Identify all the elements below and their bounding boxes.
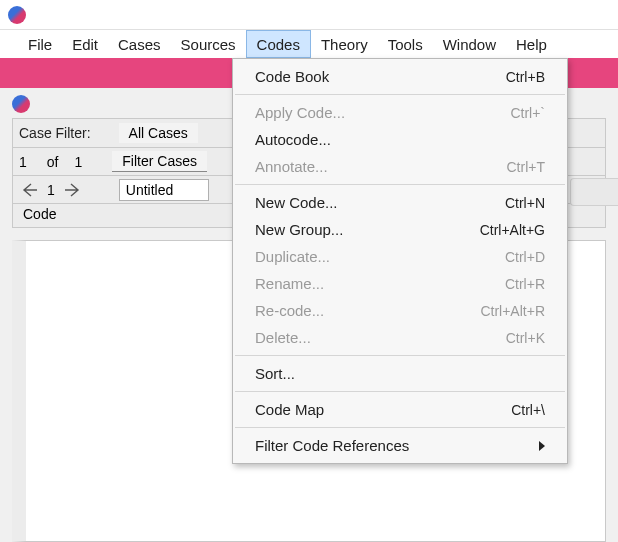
codes-dropdown-menu: Code BookCtrl+BApply Code...Ctrl+`Autoco… — [232, 58, 568, 464]
menu-help[interactable]: Help — [506, 30, 557, 58]
menu-sources[interactable]: Sources — [171, 30, 246, 58]
right-collapsed-panel[interactable] — [570, 178, 618, 206]
menu-item-label: Autocode... — [255, 131, 331, 148]
menu-item-label: Rename... — [255, 275, 324, 292]
menu-item-label: New Group... — [255, 221, 343, 238]
submenu-arrow-icon — [539, 441, 545, 451]
page-current: 1 — [19, 154, 27, 170]
menu-item-label: New Code... — [255, 194, 338, 211]
menu-item-duplicate: Duplicate...Ctrl+D — [233, 243, 567, 270]
menu-item-label: Annotate... — [255, 158, 328, 175]
menu-separator — [235, 184, 565, 185]
menu-item-re-code: Re-code...Ctrl+Alt+R — [233, 297, 567, 324]
filter-cases-button[interactable]: Filter Cases — [112, 151, 207, 172]
menu-separator — [235, 94, 565, 95]
menubar: File Edit Cases Sources Codes Theory Too… — [0, 30, 618, 58]
menu-cases[interactable]: Cases — [108, 30, 171, 58]
menu-item-new-group[interactable]: New Group...Ctrl+Alt+G — [233, 216, 567, 243]
menu-item-shortcut: Ctrl+D — [505, 249, 545, 265]
menu-item-label: Sort... — [255, 365, 295, 382]
menu-item-filter-code-references[interactable]: Filter Code References — [233, 432, 567, 459]
menu-item-code-map[interactable]: Code MapCtrl+\ — [233, 396, 567, 423]
case-nav-number: 1 — [47, 182, 55, 198]
menu-item-code-book[interactable]: Code BookCtrl+B — [233, 63, 567, 90]
menu-codes[interactable]: Codes — [246, 30, 311, 58]
menu-item-label: Apply Code... — [255, 104, 345, 121]
all-cases-button[interactable]: All Cases — [119, 123, 198, 143]
menu-item-autocode[interactable]: Autocode... — [233, 126, 567, 153]
menu-item-shortcut: Ctrl+N — [505, 195, 545, 211]
menu-item-label: Duplicate... — [255, 248, 330, 265]
menu-item-label: Code Book — [255, 68, 329, 85]
menu-item-shortcut: Ctrl+B — [506, 69, 545, 85]
arrow-right-icon — [64, 183, 80, 197]
menu-tools[interactable]: Tools — [378, 30, 433, 58]
prev-case-button[interactable] — [19, 180, 41, 200]
app-icon — [12, 95, 30, 113]
menu-item-apply-code: Apply Code...Ctrl+` — [233, 99, 567, 126]
menu-item-shortcut: Ctrl+\ — [511, 402, 545, 418]
menu-separator — [235, 355, 565, 356]
menu-item-new-code[interactable]: New Code...Ctrl+N — [233, 189, 567, 216]
menu-window[interactable]: Window — [433, 30, 506, 58]
app-icon — [8, 6, 26, 24]
menu-file[interactable]: File — [18, 30, 62, 58]
menu-item-label: Re-code... — [255, 302, 324, 319]
menu-item-label: Delete... — [255, 329, 311, 346]
menu-item-delete: Delete...Ctrl+K — [233, 324, 567, 351]
menu-item-shortcut: Ctrl+Alt+R — [480, 303, 545, 319]
subwindow-titlebar — [12, 95, 30, 113]
next-case-button[interactable] — [61, 180, 83, 200]
menu-item-label: Code Map — [255, 401, 324, 418]
menu-separator — [235, 427, 565, 428]
menu-theory[interactable]: Theory — [311, 30, 378, 58]
menu-item-sort[interactable]: Sort... — [233, 360, 567, 387]
menu-item-shortcut: Ctrl+Alt+G — [480, 222, 545, 238]
menu-item-shortcut: Ctrl+` — [510, 105, 545, 121]
menu-item-shortcut: Ctrl+K — [506, 330, 545, 346]
menu-item-shortcut: Ctrl+R — [505, 276, 545, 292]
menu-edit[interactable]: Edit — [62, 30, 108, 58]
menu-item-annotate: Annotate...Ctrl+T — [233, 153, 567, 180]
menu-item-label: Filter Code References — [255, 437, 409, 454]
page-total: 1 — [74, 154, 82, 170]
arrow-left-icon — [22, 183, 38, 197]
menu-separator — [235, 391, 565, 392]
case-filter-label: Case Filter: — [19, 125, 91, 141]
menu-item-shortcut: Ctrl+T — [507, 159, 546, 175]
case-name-field[interactable]: Untitled — [119, 179, 209, 201]
menu-item-rename: Rename...Ctrl+R — [233, 270, 567, 297]
window-titlebar — [0, 0, 618, 30]
page-of-label: of — [47, 154, 59, 170]
